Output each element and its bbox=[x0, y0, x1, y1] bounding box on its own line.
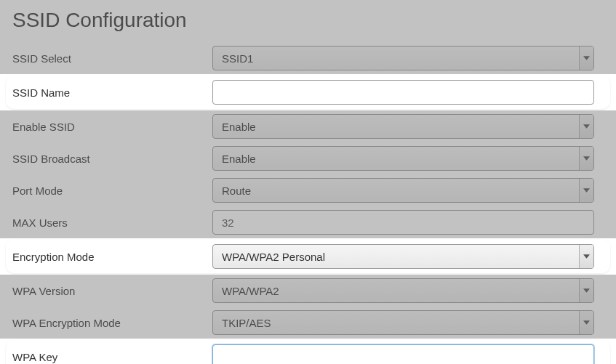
ssid-config-page: SSID Configuration SSID Select SSID1 SSI… bbox=[0, 0, 616, 364]
wpa-key-input[interactable] bbox=[212, 344, 594, 364]
label-ssid-broadcast: SSID Broadcast bbox=[0, 153, 212, 165]
label-ssid-select: SSID Select bbox=[0, 52, 212, 65]
ssid-select-dropdown[interactable]: SSID1 bbox=[212, 46, 594, 70]
label-wpa-enc-mode: WPA Encryption Mode bbox=[0, 317, 212, 329]
port-mode-value: Route bbox=[222, 185, 251, 197]
label-port-mode: Port Mode bbox=[0, 185, 212, 197]
enable-ssid-value: Enable bbox=[222, 121, 256, 133]
ssid-select-value: SSID1 bbox=[222, 52, 253, 65]
dimmed-block-lower: WPA Version WPA/WPA2 WPA Encryption Mode… bbox=[0, 275, 616, 339]
wpa-enc-mode-dropdown[interactable]: TKIP/AES bbox=[212, 310, 594, 335]
row-wpa-enc-mode: WPA Encryption Mode TKIP/AES bbox=[0, 307, 616, 339]
row-ssid-broadcast: SSID Broadcast Enable bbox=[0, 142, 616, 174]
label-wpa-key: WPA Key bbox=[6, 351, 212, 363]
row-wpa-version: WPA Version WPA/WPA2 bbox=[0, 275, 616, 307]
wpa-version-dropdown[interactable]: WPA/WPA2 bbox=[212, 278, 594, 303]
label-wpa-version: WPA Version bbox=[0, 285, 212, 297]
ssid-broadcast-dropdown[interactable]: Enable bbox=[212, 146, 594, 171]
ssid-name-input[interactable] bbox=[212, 80, 594, 105]
enable-ssid-dropdown[interactable]: Enable bbox=[212, 114, 594, 139]
encryption-mode-value: WPA/WPA2 Personal bbox=[222, 251, 325, 263]
row-max-users: MAX Users bbox=[0, 206, 616, 238]
port-mode-dropdown[interactable]: Route bbox=[212, 178, 594, 203]
wpa-version-value: WPA/WPA2 bbox=[222, 285, 279, 297]
wpa-enc-mode-value: TKIP/AES bbox=[222, 317, 271, 329]
dimmed-block-top: SSID Configuration SSID Select SSID1 bbox=[0, 0, 616, 74]
encryption-mode-dropdown[interactable]: WPA/WPA2 Personal bbox=[212, 244, 594, 269]
label-encryption-mode: Encryption Mode bbox=[6, 251, 212, 263]
row-enable-ssid: Enable SSID Enable bbox=[0, 110, 616, 142]
row-encryption-mode: Encryption Mode WPA/WPA2 Personal bbox=[6, 240, 610, 273]
row-port-mode: Port Mode Route bbox=[0, 174, 616, 206]
row-wpa-key: WPA Key bbox=[6, 340, 610, 364]
label-ssid-name: SSID Name bbox=[6, 86, 212, 99]
max-users-input[interactable] bbox=[212, 210, 594, 235]
label-enable-ssid: Enable SSID bbox=[0, 121, 212, 133]
label-max-users: MAX Users bbox=[0, 217, 212, 229]
ssid-broadcast-value: Enable bbox=[222, 153, 256, 165]
row-ssid-name: SSID Name bbox=[6, 76, 610, 109]
row-ssid-select: SSID Select SSID1 bbox=[0, 42, 616, 74]
page-title: SSID Configuration bbox=[0, 0, 616, 42]
dimmed-block-middle: Enable SSID Enable SSID Broadcast Enable… bbox=[0, 110, 616, 238]
